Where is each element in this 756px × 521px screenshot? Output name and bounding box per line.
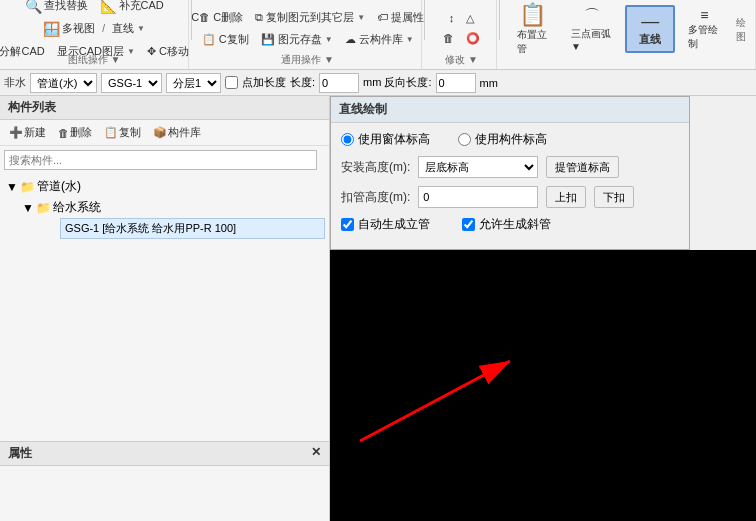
c-copy-btn[interactable]: 📋 C复制 [197, 29, 254, 50]
divider-3 [499, 0, 500, 40]
supplement-cad-btn[interactable]: 📐 补充CAD [95, 0, 169, 17]
save-element-btn[interactable]: 💾 图元存盘 ▼ [256, 29, 338, 50]
pipe-spec-select[interactable]: GSG-1 GSG-2 [101, 73, 162, 93]
toolbar-group-draw: 📋 布置立管 ⌒ 三点画弧 ▼ — 直线 ≡ 多管绘制 绘图 [502, 0, 756, 69]
lib-icon: 📦 [153, 126, 167, 139]
pipe-icon: 📁 [20, 180, 35, 194]
auto-riser-checkbox[interactable]: 自动生成立管 [341, 216, 430, 233]
use-component-height-radio[interactable]: 使用构件标高 [458, 131, 547, 148]
get-attr-btn[interactable]: 🏷 提属性 [372, 7, 429, 28]
length-input[interactable] [319, 73, 359, 93]
common-row-2: 📋 C复制 💾 图元存盘 ▼ ☁ 云构件库 ▼ [197, 29, 419, 50]
draw-dialog: 直线绘制 使用窗体标高 使用构件标高 安装高度(m): [330, 96, 690, 250]
copy-icon: 📋 [104, 126, 118, 139]
move-vertical-btn[interactable]: ↕ [444, 9, 460, 27]
circle-btn[interactable]: ⭕ [461, 29, 485, 48]
common-ops-label: 通用操作 ▼ [194, 53, 421, 67]
three-point-arc-btn[interactable]: ⌒ 三点画弧 ▼ [562, 1, 621, 57]
red-arrow-annotation [340, 341, 540, 461]
multi-view-btn[interactable]: 🪟 多视图 [38, 18, 100, 40]
panel-toolbar: ➕ 新建 🗑 删除 📋 复制 📦 构件库 [0, 120, 329, 146]
pipe-type-select[interactable]: 管道(水) 管道(气) 管道(暖) [30, 73, 97, 93]
toolbar-row-1: 🔍 查找替换 📐 补充CAD [20, 0, 169, 17]
length-label: 长度: [290, 75, 315, 90]
cloud-arrow: ▼ [406, 35, 414, 44]
copy-component-btn[interactable]: 📋 复制 [99, 123, 146, 142]
reverse-length-input[interactable] [436, 73, 476, 93]
riser-icon: 📋 [519, 2, 546, 28]
right-area: 直线绘制 使用窗体标高 使用构件标高 安装高度(m): [330, 96, 756, 521]
dialog-body: 使用窗体标高 使用构件标高 安装高度(m): 层底标高 层顶标高 自定义 [331, 123, 689, 249]
tree-item-water-supply[interactable]: ▼ 📁 给水系统 [20, 197, 325, 218]
use-window-height-radio[interactable]: 使用窗体标高 [341, 131, 430, 148]
tree-item-gsg1[interactable]: GSG-1 [给水系统 给水用PP-R 100] [60, 218, 325, 239]
svg-line-1 [360, 361, 510, 441]
floor-select[interactable]: 分层1 分层2 [166, 73, 221, 93]
supplement-icon: 📐 [100, 0, 117, 14]
place-riser-btn[interactable]: 📋 布置立管 [508, 0, 558, 61]
line-drop-arrow: ▼ [137, 24, 145, 33]
properties-panel: 属性 ✕ [0, 441, 329, 521]
triangle-btn[interactable]: △ [461, 9, 479, 28]
allow-slope-checkbox[interactable]: 允许生成斜管 [462, 216, 551, 233]
secondary-toolbar: 非水 管道(水) 管道(气) 管道(暖) GSG-1 GSG-2 分层1 分层2… [0, 70, 756, 96]
tree-children-pipe: ▼ 📁 给水系统 GSG-1 [给水系统 给水用PP-R 100] [20, 197, 325, 239]
install-height-row: 安装高度(m): 层底标高 层顶标高 自定义 提管道标高 [341, 156, 679, 178]
component-lib-btn[interactable]: 📦 构件库 [148, 123, 206, 142]
options-row: 自动生成立管 允许生成斜管 [341, 216, 679, 233]
new-component-btn[interactable]: ➕ 新建 [4, 123, 51, 142]
multipipe-icon: ≡ [700, 7, 708, 23]
drawing-canvas [330, 250, 756, 521]
expand-icon-supply: ▼ [22, 201, 34, 215]
line-icon: — [641, 11, 659, 32]
drawing-ops-label: 图纸操作 ▼ [0, 53, 188, 67]
properties-title: 属性 ✕ [0, 442, 329, 466]
multiview-icon: 🪟 [43, 21, 60, 37]
delete-icon: 🗑 [58, 127, 69, 139]
get-pipe-height-btn[interactable]: 提管道标高 [546, 156, 619, 178]
cloud-lib-btn[interactable]: ☁ 云构件库 ▼ [340, 29, 419, 50]
tree-item-pipe-water[interactable]: ▼ 📁 管道(水) [4, 176, 325, 197]
height-mode-row: 使用窗体标高 使用构件标高 [341, 131, 679, 148]
toolbar-group-modify: ↕ △ 🗑 ⭕ 修改 ▼ [427, 0, 497, 69]
install-height-select[interactable]: 层底标高 层顶标高 自定义 [418, 156, 538, 178]
supply-icon: 📁 [36, 201, 51, 215]
multi-pipe-btn[interactable]: ≡ 多管绘制 [679, 2, 729, 56]
find-icon: 🔍 [25, 0, 42, 14]
search-container [4, 150, 325, 170]
add-length-checkbox[interactable] [225, 76, 238, 89]
copy-element-btn[interactable]: ⧉ 复制图元到其它层 ▼ [250, 7, 370, 28]
modify-row-2: 🗑 ⭕ [438, 29, 485, 48]
delete-component-btn[interactable]: 🗑 删除 [53, 123, 97, 142]
toolbar-group-common-ops: C🗑 C删除 ⧉ 复制图元到其它层 ▼ 🏷 提属性 📋 C复制 💾 图元存盘 ▼… [194, 0, 422, 69]
expand-icon-pipe: ▼ [6, 180, 18, 194]
down-offset-btn[interactable]: 下扣 [594, 186, 634, 208]
arc-icon: ⌒ [584, 6, 600, 27]
length-unit: mm 反向长度: [363, 75, 431, 90]
offset-height-row: 扣管高度(m): 上扣 下扣 [341, 186, 679, 208]
line-tool-btn[interactable]: 直线 ▼ [107, 18, 150, 39]
close-btn[interactable]: ✕ [311, 445, 321, 462]
offset-height-input[interactable] [418, 186, 538, 208]
main-area: 构件列表 ➕ 新建 🗑 删除 📋 复制 📦 构件库 ▼ [0, 96, 756, 521]
save-arrow: ▼ [325, 35, 333, 44]
non-water-label: 非水 [4, 75, 26, 90]
install-height-label: 安装高度(m): [341, 159, 410, 176]
modify-row-1: ↕ △ [444, 9, 480, 28]
copy-element-arrow: ▼ [357, 13, 365, 22]
reverse-unit: mm [480, 77, 498, 89]
straight-line-btn[interactable]: — 直线 [625, 5, 675, 53]
dialog-title: 直线绘制 [331, 97, 689, 123]
toolbar-group-drawing-ops: 🔍 查找替换 📐 补充CAD 🪟 多视图 / 直线 ▼ 分解CAD [0, 0, 189, 69]
find-replace-btn[interactable]: 🔍 查找替换 [20, 0, 93, 17]
panel-title: 构件列表 [0, 96, 329, 120]
c-delete-btn[interactable]: C🗑 C删除 [186, 7, 248, 28]
up-offset-btn[interactable]: 上扣 [546, 186, 586, 208]
search-input[interactable] [4, 150, 317, 170]
main-toolbar: 🔍 查找替换 📐 补充CAD 🪟 多视图 / 直线 ▼ 分解CAD [0, 0, 756, 70]
tree-children-supply: GSG-1 [给水系统 给水用PP-R 100] [36, 218, 325, 239]
common-row-1: C🗑 C删除 ⧉ 复制图元到其它层 ▼ 🏷 提属性 [186, 7, 429, 28]
offset-height-label: 扣管高度(m): [341, 189, 410, 206]
component-tree: ▼ 📁 管道(水) ▼ 📁 给水系统 GSG-1 [给水系统 给水用PP-R 1… [0, 174, 329, 441]
delete-btn[interactable]: 🗑 [438, 29, 459, 47]
